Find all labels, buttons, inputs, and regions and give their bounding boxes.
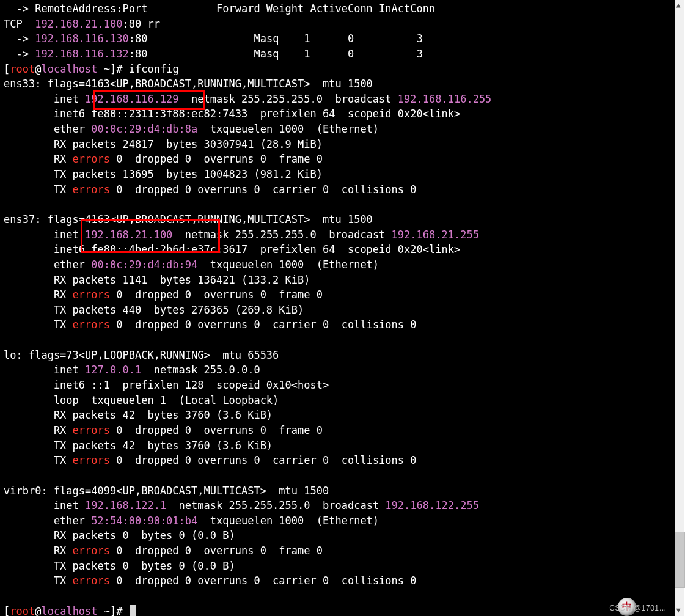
virbr0-ip: 192.168.122.1: [85, 499, 166, 512]
ipvs-row: -> 192.168.116.132:80 Masq 1 0 3: [4, 48, 423, 60]
ens33-mac: 00:0c:29:d4:db:8a: [91, 123, 197, 135]
cursor-icon: [130, 605, 136, 616]
prompt-host: localhost: [41, 605, 97, 616]
iface-inet6: inet6 ::1 prefixlen 128 scopeid 0x10<hos…: [4, 379, 329, 391]
ens37-bcast: 192.168.21.255: [392, 229, 479, 241]
iface-inet: inet 192.168.116.129 netmask 255.255.255…: [4, 93, 491, 105]
iface-tx: TX packets 13695 bytes 1004823 (981.2 Ki…: [4, 168, 323, 180]
errors-label: errors: [73, 318, 110, 331]
iface-ether: ether 00:0c:29:d4:db:8a txqueuelen 1000 …: [4, 123, 379, 135]
ens37-mac: 00:0c:29:d4:db:94: [91, 258, 197, 271]
errors-label: errors: [73, 183, 110, 196]
ipvs-row: -> 192.168.116.130:80 Masq 1 0 3: [4, 32, 423, 45]
iface-inet6: inet6 fe80::2311:3f88:ec82:7433 prefixle…: [4, 108, 460, 120]
iface-header: ens37: flags=4163<UP,BROADCAST,RUNNING,M…: [4, 213, 373, 226]
iface-rx: RX packets 1141 bytes 136421 (133.2 KiB): [4, 274, 310, 286]
virbr0-mac: 52:54:00:90:01:b4: [91, 515, 197, 527]
blank-line: [4, 469, 10, 482]
iface-inet: inet 192.168.122.1 netmask 255.255.255.0…: [4, 499, 479, 512]
iface-loop: loop txqueuelen 1 (Local Loopback): [4, 394, 279, 406]
ipvs-header: -> RemoteAddress:Port Forward Weight Act…: [4, 2, 435, 15]
iface-header: lo: flags=73<UP,LOOPBACK,RUNNING> mtu 65…: [4, 349, 279, 361]
terminal-output[interactable]: -> RemoteAddress:Port Forward Weight Act…: [0, 0, 675, 616]
blank-line: [4, 334, 10, 346]
prompt-host: localhost: [41, 63, 97, 75]
iface-txerr: TX errors 0 dropped 0 overruns 0 carrier…: [4, 574, 417, 587]
iface-header: ens33: flags=4163<UP,BROADCAST,RUNNING,M…: [4, 78, 373, 90]
iface-tx: TX packets 0 bytes 0 (0.0 B): [4, 560, 235, 572]
iface-txerr: TX errors 0 dropped 0 overruns 0 carrier…: [4, 183, 417, 196]
iface-inet: inet 127.0.0.1 netmask 255.0.0.0: [4, 364, 260, 376]
errors-label: errors: [73, 544, 110, 557]
shell-prompt: [root@localhost ~]# ifconfig: [4, 63, 179, 75]
iface-ether: ether 00:0c:29:d4:db:94 txqueuelen 1000 …: [4, 258, 379, 271]
prompt-user: root: [10, 605, 35, 616]
errors-label: errors: [73, 424, 110, 436]
iface-inet6: inet6 fe80::4bed:2b6d:e37c:3617 prefixle…: [4, 243, 460, 255]
errors-label: errors: [73, 288, 110, 301]
rs-ip: 192.168.116.132: [35, 48, 129, 60]
iface-txerr: TX errors 0 dropped 0 overruns 0 carrier…: [4, 454, 417, 466]
rs-ip: 192.168.116.130: [35, 32, 129, 45]
iface-rxerr: RX errors 0 dropped 0 overruns 0 frame 0: [4, 424, 323, 436]
ens33-bcast: 192.168.116.255: [398, 93, 492, 105]
prompt-user: root: [10, 63, 35, 75]
iface-rx: RX packets 24817 bytes 30307941 (28.9 Mi…: [4, 138, 323, 150]
watermark-text: CSDN @1701…: [609, 603, 667, 614]
errors-label: errors: [73, 153, 110, 165]
ipvs-tcp-line: TCP 192.168.21.100:80 rr: [4, 18, 160, 30]
virbr0-bcast: 192.168.122.255: [385, 499, 479, 512]
errors-label: errors: [73, 574, 110, 587]
iface-txerr: TX errors 0 dropped 0 overruns 0 carrier…: [4, 318, 417, 331]
blank-line: [4, 590, 10, 602]
blank-line: [4, 198, 10, 210]
ipvs-vip: 192.168.21.100: [35, 18, 122, 30]
errors-label: errors: [73, 454, 110, 466]
command: ifconfig: [129, 63, 179, 75]
iface-rxerr: RX errors 0 dropped 0 overruns 0 frame 0: [4, 288, 323, 301]
ens33-ip: 192.168.116.129: [85, 93, 179, 105]
lo-ip: 127.0.0.1: [85, 364, 141, 376]
shell-prompt[interactable]: [root@localhost ~]#: [4, 605, 136, 616]
iface-rxerr: RX errors 0 dropped 0 overruns 0 frame 0: [4, 544, 323, 557]
iface-rx: RX packets 0 bytes 0 (0.0 B): [4, 529, 235, 541]
window: ▲ ▼ -> RemoteAddress:Port Forward Weight…: [0, 0, 685, 616]
iface-inet: inet 192.168.21.100 netmask 255.255.255.…: [4, 229, 479, 241]
iface-rx: RX packets 42 bytes 3760 (3.6 KiB): [4, 409, 273, 421]
iface-header: virbr0: flags=4099<UP,BROADCAST,MULTICAS…: [4, 485, 329, 497]
iface-rxerr: RX errors 0 dropped 0 overruns 0 frame 0: [4, 153, 323, 165]
iface-tx: TX packets 42 bytes 3760 (3.6 KiB): [4, 439, 273, 452]
iface-tx: TX packets 440 bytes 276365 (269.8 KiB): [4, 304, 304, 316]
iface-ether: ether 52:54:00:90:01:b4 txqueuelen 1000 …: [4, 515, 379, 527]
ens37-ip: 192.168.21.100: [85, 229, 172, 241]
